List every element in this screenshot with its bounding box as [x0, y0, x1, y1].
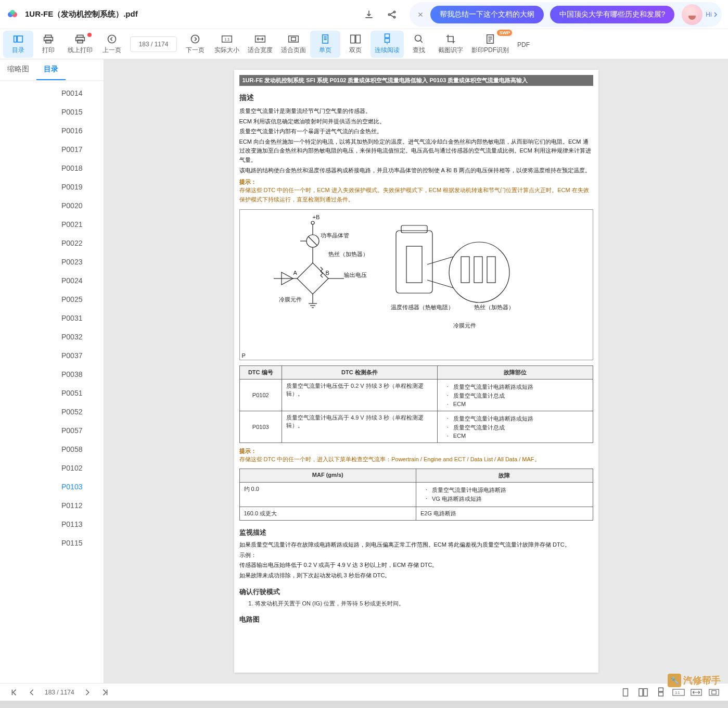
list-item: ECM: [447, 401, 589, 407]
table-row: P0103质量空气流量计电压高于 4.9 V 持续 3 秒（单程检测逻辑）。质量…: [239, 411, 593, 443]
toc-item[interactable]: P0103: [0, 477, 104, 496]
page-number-input[interactable]: 183 / 1174: [130, 36, 177, 52]
ai-assistant-bar: 帮我总结一下这个文档的大纲 中国顶尖大学有哪些历史和发展? Hi: [410, 2, 722, 27]
toc-item[interactable]: P0058: [0, 440, 104, 459]
table-header: 故障部位: [437, 366, 593, 380]
doc-paragraph: 示例：: [239, 551, 593, 560]
toc-item[interactable]: P0016: [0, 121, 104, 140]
table-cell: E2G 电路断路: [416, 507, 593, 520]
toc-item[interactable]: P0021: [0, 215, 104, 234]
actual-size-button[interactable]: 1:1 实际大小: [210, 31, 244, 58]
pdf-extra-button[interactable]: PDF: [513, 31, 534, 58]
toc-item[interactable]: P0057: [0, 421, 104, 440]
svg-rect-51: [659, 688, 663, 691]
double-page-label: 双页: [349, 46, 362, 55]
list-item: 质量空气流量计电源电路断路: [426, 486, 589, 494]
toc-item[interactable]: P0023: [0, 252, 104, 271]
doc-paragraph: 质量空气流量计内部有一个暴露于进气气流的白金热丝。: [239, 127, 593, 136]
svg-rect-24: [385, 34, 390, 37]
prev-page-button[interactable]: 上一页: [97, 31, 127, 58]
last-page-icon[interactable]: [96, 685, 114, 700]
toc-item[interactable]: P0024: [0, 271, 104, 290]
list-item: ECM: [447, 433, 589, 439]
pdf-page: 1UR-FE 发动机控制系统 SFI 系统 P0102 质量或体积空气流量电路低…: [234, 70, 598, 673]
doc-paragraph: 该电路的结构使白金热丝和温度传感器构成桥接电路，并且功率晶体管的控制使 A 和 …: [239, 166, 593, 175]
toc-list[interactable]: P0014P0015P0016P0017P0018P0019P0020P0021…: [0, 81, 104, 683]
toc-item[interactable]: P0018: [0, 159, 104, 178]
svg-line-31: [309, 237, 317, 245]
svg-text:1:1: 1:1: [224, 37, 230, 42]
tab-thumbnails[interactable]: 缩略图: [0, 59, 36, 80]
toc-item[interactable]: P0015: [0, 103, 104, 121]
next-page-button[interactable]: 下一页: [180, 31, 210, 58]
svg-point-26: [415, 35, 422, 42]
toc-item[interactable]: P0020: [0, 196, 104, 215]
scan-pdf-ocr-button[interactable]: SWP 影印PDF识别: [467, 31, 513, 58]
continuous-read-button[interactable]: 连续阅读: [371, 31, 404, 58]
toc-item[interactable]: P0019: [0, 178, 104, 196]
toc-item[interactable]: P0032: [0, 327, 104, 346]
toc-item[interactable]: P0031: [0, 309, 104, 327]
fig-label: 功率晶体管: [321, 232, 349, 239]
double-page-button[interactable]: 双页: [340, 31, 371, 58]
svg-point-42: [449, 242, 509, 302]
tab-toc[interactable]: 目录: [36, 59, 66, 80]
find-button[interactable]: 查找: [404, 31, 434, 58]
first-page-icon[interactable]: [5, 685, 23, 700]
table-header: DTC 编号: [239, 366, 282, 380]
fit-page-button[interactable]: 适合页面: [277, 31, 310, 58]
next-page-icon[interactable]: [79, 685, 96, 700]
toc-item[interactable]: P0051: [0, 384, 104, 402]
horizontal-scrollbar[interactable]: [0, 701, 728, 708]
view-double-icon[interactable]: [634, 685, 652, 700]
toc-item[interactable]: P0037: [0, 346, 104, 365]
ai-suggestion-question[interactable]: 中国顶尖大学有哪些历史和发展?: [550, 6, 675, 23]
svg-rect-41: [406, 246, 422, 283]
svg-rect-20: [291, 37, 296, 41]
scan-pdf-ocr-label: 影印PDF识别: [471, 46, 509, 55]
section-circuit-heading: 电路图: [239, 615, 593, 624]
download-icon[interactable]: [360, 5, 378, 24]
toc-item[interactable]: P0113: [0, 515, 104, 534]
table-cell: 质量空气流量计电路断路或短路质量空气流量计总成ECM: [437, 411, 593, 443]
screenshot-ocr-button[interactable]: 截图识字: [434, 31, 467, 58]
fig-label: A: [293, 270, 297, 276]
toc-item[interactable]: P0022: [0, 234, 104, 252]
prev-page-icon[interactable]: [23, 685, 41, 700]
toc-item[interactable]: P0017: [0, 140, 104, 159]
fit-width-icon: [254, 33, 266, 45]
section-description-heading: 描述: [239, 93, 593, 103]
ai-avatar-icon[interactable]: [682, 4, 703, 25]
view-continuous-icon[interactable]: [652, 685, 670, 700]
print-button[interactable]: 打印: [33, 31, 63, 58]
svg-point-5: [393, 16, 395, 18]
svg-point-14: [108, 35, 116, 43]
find-label: 查找: [413, 46, 425, 55]
chevron-right-circle-icon: [190, 33, 200, 45]
online-print-button[interactable]: 线上打印: [63, 31, 97, 58]
fit-width-button[interactable]: 适合宽度: [244, 31, 277, 58]
ai-hi-label: Hi: [706, 11, 718, 18]
ai-suggestion-summary[interactable]: 帮我总结一下这个文档的大纲: [430, 6, 544, 23]
single-page-button[interactable]: 单页: [310, 31, 340, 58]
toc-item[interactable]: P0102: [0, 459, 104, 477]
doc-paragraph: ECM 向白金热丝施加一个特定的电流，以将其加热到给定的温度。进气气流冷却白金热…: [239, 137, 593, 165]
svg-rect-23: [356, 35, 360, 43]
toc-item[interactable]: P0014: [0, 84, 104, 103]
toc-item[interactable]: P0112: [0, 496, 104, 515]
close-icon[interactable]: [414, 8, 427, 21]
toc-item[interactable]: P0025: [0, 290, 104, 309]
view-single-icon[interactable]: [617, 685, 634, 700]
toc-item[interactable]: P0038: [0, 365, 104, 384]
share-icon[interactable]: [382, 5, 401, 24]
toc-item[interactable]: P0052: [0, 402, 104, 421]
document-canvas[interactable]: 1UR-FE 发动机控制系统 SFI 系统 P0102 质量或体积空气流量电路低…: [104, 59, 728, 683]
fig-label: +B: [313, 214, 320, 220]
toc-item[interactable]: P0115: [0, 534, 104, 552]
fit-width-label: 适合宽度: [248, 46, 273, 55]
circuit-diagram-figure: +B 功率晶体管 热丝（加热器） 输出电压 A B 冷膜元件 温度传感器（热敏电…: [239, 209, 593, 360]
sidebar-tabs: 缩略图 目录: [0, 59, 104, 81]
fig-label: 输出电压: [344, 271, 367, 279]
toc-button[interactable]: 目录: [3, 31, 33, 58]
svg-rect-19: [289, 36, 299, 42]
